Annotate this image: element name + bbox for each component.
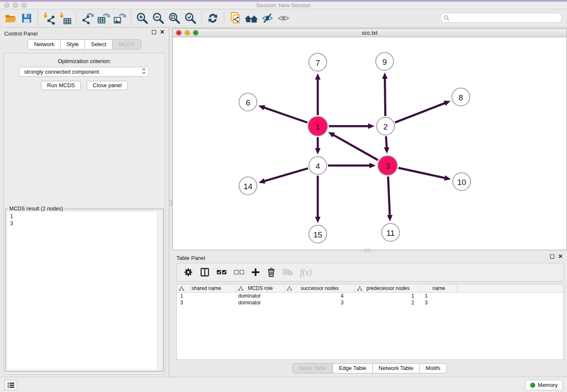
graph-node-label: 9	[383, 58, 387, 66]
table-row[interactable]: 1dominator411	[177, 293, 563, 299]
graph-edge[interactable]	[385, 78, 385, 116]
tab-motifs[interactable]: Motifs	[419, 363, 447, 373]
import-table-icon[interactable]	[57, 11, 73, 26]
memory-button[interactable]: Memory	[525, 380, 563, 390]
app-window: Session: New Session	[0, 0, 567, 392]
table-cell[interactable]: 2	[355, 299, 421, 306]
close-panel-button[interactable]: Close panel	[87, 81, 128, 90]
result-scrollbar[interactable]	[157, 212, 162, 370]
function-builder-icon: f(x)	[300, 268, 312, 277]
home-icon[interactable]	[243, 11, 259, 26]
edge-arrowhead	[259, 105, 265, 110]
close-panel-icon[interactable]: ✕	[160, 30, 165, 34]
graph-node-label: 1	[316, 122, 320, 131]
table-toolbar: f(x)	[176, 263, 564, 282]
graph-edge[interactable]	[264, 168, 308, 181]
export-table-icon[interactable]	[96, 11, 112, 26]
table-panel: Table Panel ✕	[172, 252, 567, 377]
vertical-splitter-handle[interactable]	[169, 200, 172, 206]
export-image-icon[interactable]	[112, 11, 128, 26]
tab-edge-table[interactable]: Edge Table	[333, 363, 373, 373]
toolbar-separator	[131, 11, 131, 25]
column-header-successor-nodes[interactable]: successor nodes	[285, 284, 355, 292]
show-eye-icon[interactable]	[275, 11, 292, 26]
zoom-selected-icon[interactable]	[182, 11, 198, 26]
zoom-out-icon[interactable]	[150, 11, 166, 26]
columns-icon[interactable]	[200, 268, 209, 277]
graph-node-label: 7	[316, 58, 320, 67]
graph-node-label: 15	[313, 230, 322, 239]
graph-edge[interactable]	[398, 168, 445, 178]
zoom-in-icon[interactable]	[134, 11, 150, 26]
hide-eye-icon[interactable]	[259, 11, 275, 26]
float-table-panel-icon[interactable]	[550, 254, 554, 259]
tab-style[interactable]: Style	[60, 39, 85, 50]
delete-table-icon	[283, 268, 293, 276]
tab-mcds[interactable]: MCDS	[112, 39, 141, 50]
table-cell[interactable]: dominator	[236, 293, 285, 299]
zoom-fit-icon[interactable]	[166, 11, 182, 26]
unselect-all-icon[interactable]	[234, 269, 244, 275]
graph-edge[interactable]	[333, 135, 378, 160]
table-cell[interactable]: 3	[421, 299, 457, 306]
node-table: shared nameMCDS rolesuccessor nodesprede…	[176, 284, 564, 360]
task-history-button[interactable]	[4, 380, 17, 390]
edge-arrowhead	[315, 217, 321, 223]
graph-edge[interactable]	[264, 108, 308, 123]
graph-node-label: 8	[459, 93, 463, 102]
graph-node-label: 10	[457, 178, 466, 187]
export-network-icon[interactable]	[80, 11, 96, 26]
save-session-icon[interactable]	[19, 11, 35, 26]
table-cell[interactable]: 3	[285, 299, 355, 306]
network-window-titlebar[interactable]: ✕ − + scc.txt	[173, 29, 567, 37]
delete-icon[interactable]	[267, 268, 275, 277]
control-panel-tabbar: NetworkStyleSelectMCDS	[0, 39, 169, 50]
add-icon[interactable]	[251, 268, 260, 276]
table-cell[interactable]: 3	[177, 299, 236, 306]
table-cell[interactable]: 1	[421, 293, 457, 299]
status-bar: Memory	[0, 377, 567, 392]
search-input[interactable]	[451, 15, 561, 21]
toolbar-separator	[201, 11, 202, 25]
table-tabbar: Node TableEdge TableNetwork TableMotifs	[292, 363, 446, 373]
tab-select[interactable]: Select	[85, 39, 113, 50]
import-network-icon[interactable]	[41, 11, 57, 26]
control-panel-title: Control Panel	[4, 30, 38, 37]
criterion-dropdown[interactable]: strongly connected component	[19, 67, 149, 77]
column-header-name[interactable]: name	[421, 284, 457, 292]
column-header-shared-name[interactable]: shared name	[177, 284, 236, 292]
column-header-predecessor-nodes[interactable]: predecessor nodes	[355, 284, 421, 292]
gear-icon[interactable]	[184, 268, 193, 277]
new-network-icon[interactable]	[227, 11, 243, 26]
apply-layout-icon[interactable]	[205, 11, 221, 26]
tab-node-table[interactable]: Node Table	[292, 363, 333, 373]
tab-network-table[interactable]: Network Table	[372, 363, 420, 373]
horizontal-splitter-handle[interactable]	[364, 249, 370, 252]
mcds-result-textarea[interactable]: 1 3	[7, 212, 162, 370]
graph-edge[interactable]	[395, 103, 445, 122]
run-mcds-button[interactable]: Run MCDS	[41, 81, 81, 90]
float-panel-icon[interactable]	[152, 30, 156, 34]
table-row[interactable]: 3dominator323	[177, 299, 563, 306]
graph-node-label: 2	[383, 122, 388, 131]
select-all-icon[interactable]	[217, 269, 227, 275]
column-header-MCDS-role[interactable]: MCDS role	[236, 284, 285, 292]
table-cell[interactable]: dominator	[236, 299, 285, 306]
search-field[interactable]	[440, 13, 562, 23]
edge-arrowhead	[443, 101, 450, 106]
edge-arrowhead	[384, 147, 389, 154]
graph-edge[interactable]	[386, 136, 387, 148]
table-cell[interactable]: 1	[355, 293, 421, 299]
toolbar-separator	[224, 11, 224, 25]
network-canvas[interactable]: 7968124314101511	[173, 37, 567, 250]
open-file-icon[interactable]	[3, 11, 19, 26]
table-body: 1dominator4113dominator323	[177, 293, 563, 306]
tab-network[interactable]: Network	[28, 39, 61, 50]
mcds-result-values: 1 3	[7, 212, 162, 227]
table-cell[interactable]: 1	[177, 293, 236, 299]
close-table-panel-icon[interactable]: ✕	[558, 254, 563, 259]
table-cell[interactable]: 4	[285, 293, 355, 299]
edge-arrowhead	[315, 148, 321, 155]
optimization-criterion-label: Optimization criterion:	[0, 58, 169, 64]
graph-edge[interactable]	[388, 177, 390, 216]
